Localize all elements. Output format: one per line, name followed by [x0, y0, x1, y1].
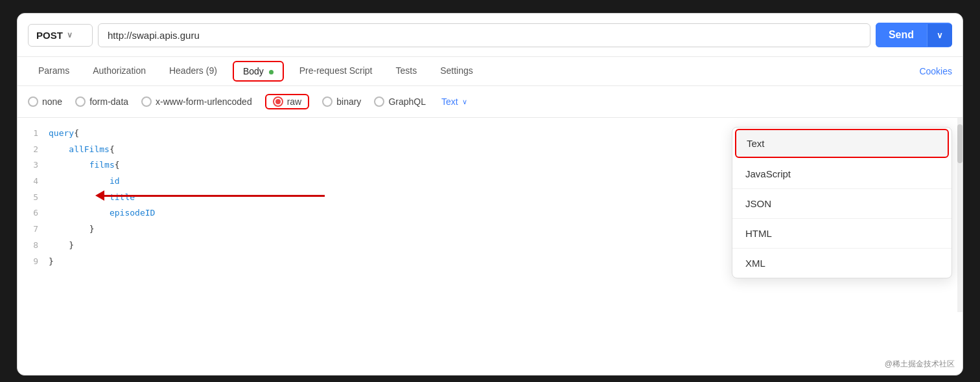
cookies-link[interactable]: Cookies	[919, 66, 952, 76]
send-dropdown-arrow-icon[interactable]: ∨	[927, 24, 952, 47]
radio-binary-circle	[322, 96, 332, 107]
radio-raw-circle	[273, 96, 283, 107]
radio-none-circle	[28, 96, 38, 107]
tab-settings[interactable]: Settings	[430, 58, 484, 85]
line-number-2: 2	[27, 142, 38, 158]
radio-urlencoded-circle	[141, 96, 152, 107]
body-active-indicator	[269, 70, 274, 74]
text-format-chevron-icon: ∨	[462, 98, 467, 106]
radio-urlencoded[interactable]: x-www-form-urlencoded	[141, 96, 252, 107]
send-button[interactable]: Send ∨	[876, 23, 952, 47]
line-number-9: 9	[27, 254, 38, 270]
watermark: @稀土掘金技术社区	[885, 359, 955, 370]
text-format-dropdown[interactable]: Text ∨	[441, 96, 467, 107]
text-format-label: Text	[441, 96, 458, 107]
scrollbar-thumb[interactable]	[957, 124, 962, 163]
tab-pre-request[interactable]: Pre-request Script	[289, 58, 383, 85]
send-label: Send	[876, 23, 927, 47]
radio-form-data[interactable]: form-data	[75, 96, 128, 107]
method-chevron-icon: ∨	[67, 30, 73, 39]
radio-binary[interactable]: binary	[322, 96, 361, 107]
line-number-3: 3	[27, 157, 38, 174]
dropdown-item-xml[interactable]: XML	[732, 249, 951, 278]
tab-body[interactable]: Body	[233, 61, 284, 82]
dropdown-item-javascript[interactable]: JavaScript	[732, 159, 951, 189]
line-numbers: 1 2 3 4 5 6 7 8 9	[18, 118, 43, 312]
method-select[interactable]: POST ∨	[28, 24, 93, 47]
body-type-row: none form-data x-www-form-urlencoded raw…	[18, 86, 962, 118]
line-number-8: 8	[27, 238, 38, 254]
radio-graphql[interactable]: GraphQL	[374, 96, 426, 107]
dropdown-item-json[interactable]: JSON	[732, 189, 951, 219]
method-label: POST	[36, 30, 63, 41]
text-format-dropdown-menu: Text JavaScript JSON HTML XML	[732, 127, 952, 278]
radio-raw[interactable]: raw	[265, 94, 310, 109]
url-input[interactable]	[98, 23, 870, 47]
dropdown-item-html[interactable]: HTML	[732, 219, 951, 249]
tab-headers[interactable]: Headers (9)	[159, 58, 228, 85]
tabs-row: Params Authorization Headers (9) Body Pr…	[18, 57, 962, 86]
line-number-6: 6	[27, 205, 38, 221]
dropdown-item-text[interactable]: Text	[735, 129, 949, 158]
radio-graphql-circle	[374, 96, 384, 107]
line-number-1: 1	[27, 126, 38, 142]
app-window: POST ∨ Send ∨ Params Authorization Heade…	[17, 13, 963, 376]
tab-tests[interactable]: Tests	[386, 58, 428, 85]
line-number-5: 5	[27, 190, 38, 206]
tab-params[interactable]: Params	[28, 58, 80, 85]
tab-authorization[interactable]: Authorization	[82, 58, 156, 85]
line-number-4: 4	[27, 174, 38, 190]
radio-none[interactable]: none	[28, 96, 62, 107]
line-number-7: 7	[27, 221, 38, 238]
scrollbar-track[interactable]	[957, 118, 962, 312]
url-bar: POST ∨ Send ∨	[18, 14, 962, 57]
radio-form-data-circle	[75, 96, 86, 107]
